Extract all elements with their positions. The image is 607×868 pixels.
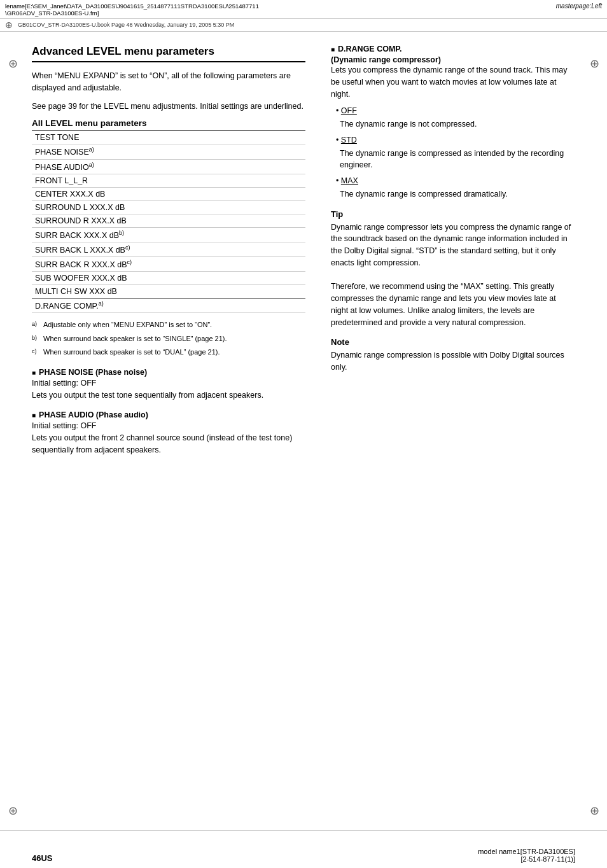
drange-subheader: (Dynamic range compressor) [331,55,575,64]
book-info: GB01COV_STR-DA3100ES-U.book Page 46 Wedn… [18,22,234,28]
param-table: TEST TONEPHASE NOISEa)PHASE AUDIOa)FRONT… [32,130,305,313]
header-masterpage: masterpage:Left [556,3,602,10]
phase-noise-header: ■ PHASE NOISE (Phase noise) [32,368,305,377]
crosshair-bl-icon: ⊕ [6,804,19,817]
black-square-icon-3: ■ [331,46,335,53]
phase-audio-desc: Lets you output the front 2 channel sour… [32,432,305,456]
right-column: ■ D.RANGE COMP. (Dynamic range compresso… [324,45,575,456]
crosshair-tl-icon: ⊕ [6,57,19,70]
table-row: PHASE NOISEa) [32,144,305,159]
footnote-text: When surround back speaker is set to “DU… [43,347,220,359]
table-row: SURR BACK XXX.X dBb) [32,227,305,242]
footnote-text: Adjustable only when “MENU EXPAND” is se… [43,319,212,332]
intro-text-2: See page 39 for the LEVEL menu adjustmen… [32,101,305,113]
footnote-text: When surround back speaker is set to “SI… [43,333,227,346]
left-column: Advanced LEVEL menu parameters When “MEN… [32,45,305,456]
footnote-item: c)When surround back speaker is set to “… [32,347,305,359]
table-row: CENTER XXX.X dB [32,187,305,200]
crosshair-br-icon: ⊕ [588,804,601,817]
table-row: MULTI CH SW XXX dB [32,285,305,298]
note-text: Dynamic range compression is possible wi… [331,349,575,374]
footer-model: model name1[STR-DA3100ES] [2-514-877-11(… [478,848,575,863]
footer-page: 46US [32,853,53,863]
table-row: SUB WOOFER XXX.X dB [32,272,305,285]
bullet-label: MAX [341,176,358,185]
header-bar: lename[E:\SEM_Janet\DATA_DA3100ES\J90416… [0,0,607,18]
phase-audio-header: ■ PHASE AUDIO (Phase audio) [32,410,305,419]
bullet-item: • OFF [336,105,575,117]
table-row: SURR BACK R XXX.X dBc) [32,256,305,271]
bullet-item: • STD [336,134,575,146]
bullet-label: OFF [341,106,357,115]
bullet-desc: The dynamic range is compressed dramatic… [340,188,575,200]
drange-desc: Lets you compress the dynamic range of t… [331,64,575,100]
table-row: SURR BACK L XXX.X dBc) [32,242,305,256]
footnotes: a)Adjustable only when “MENU EXPAND” is … [32,319,305,359]
table-row: FRONT L_L_R [32,174,305,187]
note-header: Note [331,337,575,347]
table-row: TEST TONE [32,131,305,144]
footnote-letter: a) [32,319,41,332]
tip-text: Dynamic range compressor lets you compre… [331,221,575,329]
phase-noise-setting: Initial setting: OFF [32,379,305,388]
header-filename: lename[E:\SEM_Janet\DATA_DA3100ES\J90416… [5,3,259,17]
intro-text-1: When “MENU EXPAND” is set to “ON”, all o… [32,70,305,94]
footnote-letter: c) [32,347,41,359]
main-content: Advanced LEVEL menu parameters When “MEN… [0,32,607,469]
black-square-icon-2: ■ [32,412,36,419]
bullet-desc: The dynamic range is compressed as inten… [340,148,575,172]
drange-header: ■ D.RANGE COMP. [331,45,575,53]
bullet-label: STD [341,136,357,144]
section-subtitle: All LEVEL menu parameters [32,118,305,130]
black-square-icon: ■ [32,369,36,376]
phase-audio-setting: Initial setting: OFF [32,421,305,430]
bullet-desc: The dynamic range is not compressed. [340,118,575,130]
footnote-item: a)Adjustable only when “MENU EXPAND” is … [32,319,305,332]
table-row: SURROUND L XXX.X dB [32,200,305,214]
bullet-item: • MAX [336,175,575,187]
table-row: D.RANGE COMP.a) [32,298,305,313]
footer: 46US model name1[STR-DA3100ES] [2-514-87… [0,830,607,868]
footnote-item: b)When surround back speaker is set to “… [32,333,305,346]
bullets-list: • OFFThe dynamic range is not compressed… [331,105,575,200]
page-title: Advanced LEVEL menu parameters [32,45,305,62]
tip-header: Tip [331,209,575,219]
table-row: PHASE AUDIOa) [32,159,305,174]
crosshair-tr-icon: ⊕ [588,57,601,70]
sub-header: ⊕ GB01COV_STR-DA3100ES-U.book Page 46 We… [0,18,607,32]
phase-noise-desc: Lets you output the test tone sequential… [32,389,305,402]
footnote-letter: b) [32,333,41,346]
crosshair-icon: ⊕ [5,20,13,30]
table-row: SURROUND R XXX.X dB [32,214,305,227]
